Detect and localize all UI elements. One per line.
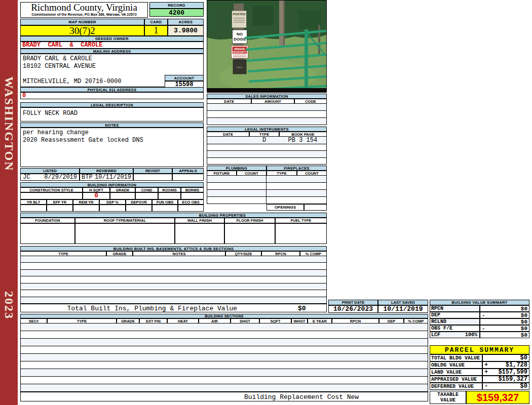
bdrms-value	[181, 192, 204, 199]
svg-text:HED: HED	[237, 66, 243, 69]
floor-finish-value	[224, 223, 275, 244]
yrblt-header: YR BLT	[20, 199, 47, 205]
parcel-summary-row: DEFERRED VALUE -$0	[430, 383, 529, 390]
deppct-header: DEP %	[99, 199, 126, 205]
review-value-row: JC8/29/2019 BTP10/11/2019	[20, 174, 204, 181]
appeals-header: APPEALS	[172, 168, 204, 174]
bs-rpcn-header: RPCN	[332, 318, 379, 323]
acres-header: ACRES	[168, 19, 204, 25]
fireplaces-header: FIREPLACES	[267, 166, 327, 171]
legal-instrument-row: D PB 3 154	[207, 137, 326, 144]
last-saved-value: 10/11/2019	[378, 305, 428, 313]
builtins-comp-header: % COMP	[300, 251, 327, 256]
sales-information-header: SALES INFORMATION	[207, 94, 327, 99]
empty-row	[207, 197, 266, 204]
deeded-owner-header: DEEDED OWNER	[20, 36, 204, 42]
appeals-value	[172, 174, 204, 181]
built-ins-total-label: Total Built Ins, Plumbing & Fireplace Va…	[67, 305, 237, 312]
sales-rows	[207, 104, 327, 125]
mailing-line: 18102 CENTRAL AVENUE	[21, 63, 203, 70]
card-value: 1	[144, 25, 168, 36]
sales-date-header: DATE	[207, 99, 251, 104]
fireplace-count-header: COUNT	[297, 171, 327, 176]
floor-finish-header: FLOOR FINISH	[224, 218, 275, 223]
empty-row	[21, 256, 326, 263]
bs-shgt-header: SHGT	[231, 318, 259, 323]
openings-label: OPENINGS	[267, 204, 304, 211]
taxable-value: $159,327	[466, 391, 529, 404]
rooms-value	[158, 192, 181, 199]
spine-year-label: 2023	[0, 282, 18, 328]
map-number-value: 30(7)2	[20, 25, 144, 36]
funobs-value	[152, 205, 178, 212]
remyr-value	[73, 205, 99, 212]
empty-row	[21, 323, 428, 331]
empty-row	[21, 263, 326, 269]
map-number-header: MAP NUMBER	[20, 19, 144, 25]
builtins-type-header: TYPE	[20, 251, 106, 256]
fixture-header: FIXTURE	[207, 171, 237, 176]
svg-text:POSTED: POSTED	[233, 13, 246, 16]
wall-finish-header: WALL FINISH	[175, 218, 224, 223]
bs-sqft-header: SQFT	[259, 318, 291, 323]
building-properties-value-row	[20, 223, 327, 244]
bvs-row: DEP -$0	[430, 312, 529, 318]
li-bookpage-header: BOOK PAGE	[279, 132, 327, 137]
depovr-header: DEPOVR	[126, 199, 152, 205]
mailing-line: BRADY CARL & CAROLE	[21, 55, 203, 63]
empty-row	[21, 297, 326, 303]
record-header: RECORD	[149, 2, 204, 9]
empty-row	[21, 354, 428, 361]
parcel-summary: TOTAL BLDG VALUE $0 OBLDG VALUE +$1,728 …	[430, 354, 529, 390]
fireplaces-rows	[267, 176, 327, 204]
bdrms-header: BDRMS	[181, 187, 204, 192]
acres-value: 3.9800	[168, 25, 204, 36]
builtins-notes-header: NOTES	[133, 251, 225, 256]
building-value-summary-header: BUILDING VALUE SUMMARY	[430, 300, 529, 305]
deeded-owner-value: BRADY CARL & CAROLE	[20, 42, 204, 49]
building-info-header-row1: CONSTRUCTION STYLE H SQFT GRADE COND ROO…	[20, 187, 204, 192]
parcel-summary-row: LAND VALUE +$157,599	[430, 369, 529, 376]
account-header: ACCOUNT	[165, 75, 204, 81]
empty-row	[207, 190, 266, 197]
fuel-type-header: FUEL TYPE	[275, 218, 327, 223]
revisit-header: REVISIT	[133, 168, 172, 174]
parcel-summary-row: APPRAISED VALUE $159,327	[430, 376, 529, 383]
property-record-card: { "sidebar": { "district": "WASHINGTON",…	[0, 0, 532, 405]
hsqft-header: H SQFT	[83, 187, 110, 192]
empty-row	[21, 331, 428, 339]
empty-row	[207, 111, 326, 118]
bs-type-header: TYPE	[47, 318, 117, 323]
built-ins-total-row: Total Built Ins, Plumbing & Fireplace Va…	[20, 304, 327, 312]
empty-row	[21, 284, 326, 290]
bs-extfin-header: EXT FIN	[139, 318, 167, 323]
legal-instruments-header: LEGAL INSTRUMENTS	[207, 127, 327, 132]
bvs-row: RCLND $0	[430, 318, 529, 325]
empty-row	[21, 290, 326, 297]
empty-row	[21, 361, 428, 369]
svg-text:NO: NO	[237, 32, 243, 36]
building-properties-header: BUILDING PROPERTIES	[20, 213, 327, 218]
dark-sign: HED	[233, 60, 246, 74]
building-sections-footer: Building Replacement Cost New	[20, 392, 428, 401]
built-ins-header: BUILDING BUILT INS, BASEMENTS, ATTICS & …	[20, 246, 327, 251]
bs-grade-header: GRADE	[117, 318, 139, 323]
plumbing-rows	[207, 176, 267, 204]
print-header-row: PRINT DATE LAST SAVED	[328, 300, 428, 305]
empty-row	[207, 104, 326, 111]
fireplace-type-header: TYPE	[267, 171, 297, 176]
builtins-qty-header: QTY/SIZE	[225, 251, 261, 256]
physical-address-header: PHYSICAL 911 ADDRESS	[20, 87, 204, 92]
empty-row	[207, 118, 326, 125]
listed-header: LISTED	[20, 168, 80, 174]
sales-amount-header: AMOUNT	[251, 99, 294, 104]
gate-photo-illustration: POSTED NO DOGS PRIVATE PROPERTY HED	[207, 1, 326, 92]
building-info-header-row2: YR BLT EFF YR REM YR DEP % DEPOVR FUN OB…	[20, 199, 204, 205]
grade-header: GRADE	[110, 187, 135, 192]
roof-value	[75, 223, 175, 244]
openings-value	[304, 204, 327, 211]
effyr-header: EFF YR	[47, 199, 73, 205]
svg-text:DOGS: DOGS	[234, 37, 246, 42]
note-line: 2020 Reassessment Gate locked DNS	[23, 137, 203, 144]
review-header-row: LISTED REVIEWED REVISIT APPEALS	[20, 168, 204, 174]
